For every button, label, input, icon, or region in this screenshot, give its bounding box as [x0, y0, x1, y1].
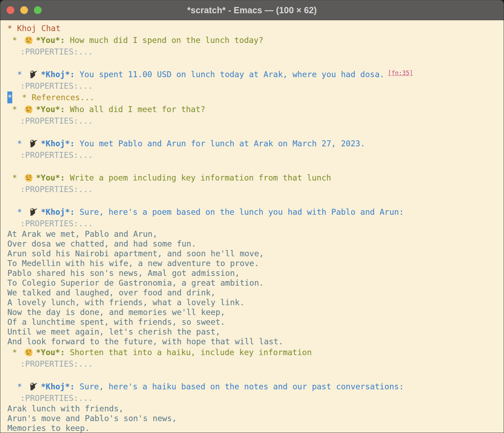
title-bar[interactable]: *scratch* - Emacs — (100 × 62): [0, 0, 504, 20]
chat-message-you: * *You*: Write a poem including key info…: [7, 172, 504, 184]
speaker-label: *You*:: [36, 36, 65, 45]
properties-drawer[interactable]: :PROPERTIES:...: [7, 392, 504, 404]
buffer-text-line: Pablo shared his son's news, Amal got ad…: [7, 268, 504, 278]
drawer-text[interactable]: :PROPERTIES:...: [20, 81, 93, 90]
properties-drawer[interactable]: :PROPERTIES:...: [7, 184, 504, 195]
heading-star: *: [12, 36, 22, 45]
blank-line: [7, 57, 504, 68]
buffer-text-line: Over dosa we chatted, and had some fun.: [7, 239, 504, 249]
minimize-button[interactable]: [20, 6, 28, 14]
properties-drawer[interactable]: :PROPERTIES:...: [7, 218, 504, 229]
blank-line: [7, 126, 504, 138]
buffer-text-line: Arun sold his Nairobi apartment, and soo…: [7, 249, 504, 258]
chat-message-khoj: * *Khoj*: Sure, here's a haiku based on …: [7, 381, 504, 392]
blank-line: [7, 195, 504, 206]
traffic-lights: [7, 0, 42, 20]
buffer-text-line: To Colegio Superior de Gastronomia, a gr…: [7, 278, 504, 288]
body-text: Pablo shared his son's news, Amal got ad…: [7, 269, 240, 278]
properties-drawer[interactable]: :PROPERTIES:...: [7, 80, 504, 91]
buffer-text-line: Of a lunchtime spent, with friends, so s…: [7, 317, 504, 327]
buffer-text-line: Until we meet again, let's cherish the p…: [7, 327, 504, 337]
body-text: Of a lunchtime spent, with friends, so s…: [7, 317, 225, 326]
close-button[interactable]: [7, 6, 14, 14]
body-text: To Colegio Superior de Gastronomia, a gr…: [7, 278, 264, 287]
body-text: Over dosa we chatted, and had some fun.: [7, 239, 196, 248]
heading-star: *: [12, 105, 22, 114]
message-text: How much did I spend on the lunch today?: [65, 36, 264, 45]
drawer-text[interactable]: :PROPERTIES:...: [20, 47, 93, 56]
speaker-label: *Khoj*:: [41, 139, 75, 148]
chat-message-you: * *You*: Shorten that into a haiku, incl…: [7, 346, 504, 358]
text-cursor: *: [7, 91, 12, 103]
heading-star: *: [17, 70, 27, 79]
message-text: Write a poem including key information f…: [65, 173, 331, 182]
chat-message-khoj: * *Khoj*: Sure, here's a poem based on t…: [7, 206, 504, 218]
org-heading-khoj-chat: * Khoj Chat: [7, 22, 504, 34]
message-text: Shorten that into a haiku, include key i…: [65, 348, 312, 357]
heading-star: *: [17, 382, 27, 391]
drawer-text[interactable]: :PROPERTIES:...: [20, 359, 93, 368]
heading-star: *: [12, 173, 22, 182]
speaker-label: *You*:: [36, 105, 65, 114]
buffer-text-line: Now the day is done, and memories we'll …: [7, 307, 504, 317]
message-text: Sure, here's a poem based on the lunch y…: [75, 207, 404, 216]
chat-message-khoj: * *Khoj*: You spent 11.00 USD on lunch t…: [7, 68, 504, 80]
body-text: We talked and laughed, over food and dri…: [7, 288, 215, 297]
body-text: To Medellin with his wife, a new adventu…: [7, 259, 259, 268]
chat-message-khoj: * *Khoj*: You met Pablo and Arun for lun…: [7, 138, 504, 149]
drawer-text[interactable]: :PROPERTIES:...: [20, 394, 93, 403]
body-text: At Arak we met, Pablo and Arun,: [7, 229, 157, 238]
body-text: A lovely lunch, with friends, what a lov…: [7, 298, 245, 307]
body-text: Arak lunch with friends,: [7, 404, 123, 413]
buffer-text-line: Arun's move and Pablo's son's news,: [7, 413, 504, 423]
properties-drawer[interactable]: :PROPERTIES:...: [7, 115, 504, 126]
window-title: *scratch* - Emacs — (100 × 62): [187, 5, 317, 15]
cursor-gap: [12, 93, 22, 102]
heading-star: *: [12, 348, 22, 357]
buffer-text-line: Memories to keep.: [7, 423, 504, 433]
message-text: Sure, here's a haiku based on the notes …: [75, 382, 404, 391]
speaker-label: *Khoj*:: [41, 207, 75, 216]
speaker-label: *Khoj*:: [41, 382, 75, 391]
body-text: Arun sold his Nairobi apartment, and soo…: [7, 249, 264, 258]
blank-line: [7, 161, 504, 172]
properties-drawer[interactable]: :PROPERTIES:...: [7, 149, 504, 161]
buffer-text-line: A lovely lunch, with friends, what a lov…: [7, 298, 504, 307]
buffer-text-line: And look forward to the future, with hop…: [7, 337, 504, 346]
message-text: You met Pablo and Arun for lunch at Arak…: [75, 139, 365, 148]
message-text: Who all did I meet for that?: [65, 105, 206, 114]
body-text: Memories to keep.: [7, 424, 89, 433]
references-text[interactable]: * References...: [22, 93, 95, 102]
blank-line: [7, 369, 504, 381]
chat-message-you: * *You*: Who all did I meet for that?: [7, 103, 504, 115]
body-text: And look forward to the future, with hop…: [7, 337, 283, 346]
drawer-text[interactable]: :PROPERTIES:...: [20, 219, 93, 228]
buffer-text-line: We talked and laughed, over food and dri…: [7, 288, 504, 298]
body-text: Arun's move and Pablo's son's news,: [7, 414, 177, 423]
buffer-text-line: At Arak we met, Pablo and Arun,: [7, 229, 504, 239]
chat-message-you: * *You*: How much did I spend on the lun…: [7, 34, 504, 46]
heading-text: * Khoj Chat: [7, 24, 60, 33]
buffer-text-line: To Medellin with his wife, a new adventu…: [7, 258, 504, 268]
speaker-label: *Khoj*:: [41, 70, 75, 79]
body-text: Now the day is done, and memories we'll …: [7, 308, 225, 317]
drawer-text[interactable]: :PROPERTIES:...: [20, 185, 93, 194]
heading-star: *: [17, 207, 27, 216]
drawer-text[interactable]: :PROPERTIES:...: [20, 151, 93, 160]
properties-drawer[interactable]: :PROPERTIES:...: [7, 46, 504, 57]
emacs-window: *scratch* - Emacs — (100 × 62) * Khoj Ch…: [0, 0, 504, 433]
buffer[interactable]: * Khoj Chat* *You*: How much did I spend…: [0, 20, 504, 433]
speaker-label: *You*:: [36, 173, 65, 182]
message-text: You spent 11.00 USD on lunch today at Ar…: [75, 70, 384, 79]
body-text: Until we meet again, let's cherish the p…: [7, 327, 220, 336]
zoom-button[interactable]: [34, 6, 42, 14]
footnote-link[interactable]: [fn:35]: [388, 69, 413, 76]
speaker-label: *You*:: [36, 348, 65, 357]
references-heading[interactable]: * * References...: [7, 91, 504, 103]
drawer-text[interactable]: :PROPERTIES:...: [20, 116, 93, 125]
buffer-text-line: Arak lunch with friends,: [7, 404, 504, 413]
heading-star: *: [17, 139, 27, 148]
properties-drawer[interactable]: :PROPERTIES:...: [7, 358, 504, 369]
